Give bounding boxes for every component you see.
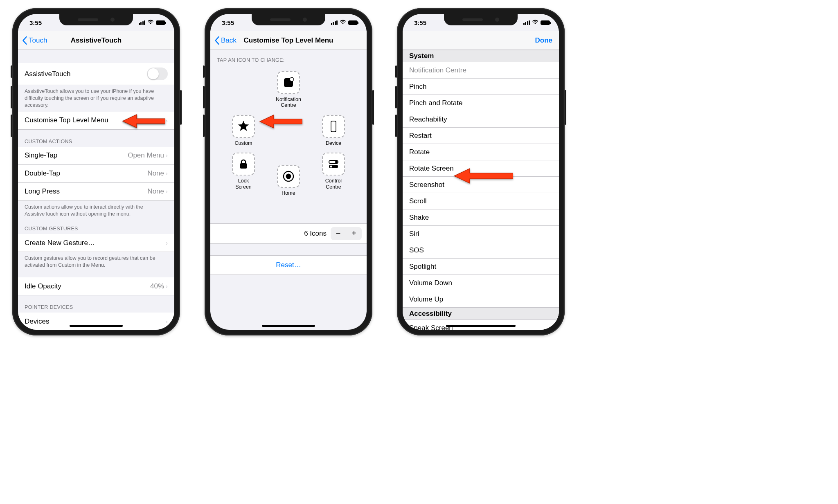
assistivetouch-label: AssistiveTouch: [25, 70, 70, 78]
status-icons: [331, 20, 358, 25]
icon-slot-home[interactable]: Home: [277, 165, 300, 196]
device-icon: [327, 120, 340, 133]
screen-3: 3:55 Done System Notification Centre Pin…: [403, 14, 559, 330]
icon-count-row: 6 Icons − +: [210, 223, 367, 244]
nav-bar: Back Customise Top Level Menu: [210, 31, 367, 50]
chevron-right-icon: ›: [166, 318, 168, 325]
chevron-left-icon: [22, 36, 27, 45]
list-item-scroll[interactable]: Scroll: [403, 193, 559, 209]
chevron-right-icon: ›: [166, 283, 168, 290]
long-press-value: None: [147, 187, 164, 195]
screen-1: 3:55 Touch AssistiveTouch AssistiveTouch: [18, 14, 174, 330]
nav-bar: Done: [403, 31, 559, 50]
instruction-label: TAP AN ICON TO CHANGE:: [210, 50, 367, 64]
create-gesture-cell[interactable]: Create New Gesture… ›: [18, 234, 174, 252]
list-item-rotate-screen[interactable]: Rotate Screen: [403, 160, 559, 177]
back-label: Touch: [29, 36, 47, 45]
long-press-cell[interactable]: Long Press None›: [18, 183, 174, 201]
icon-caption: Control Centre: [321, 178, 346, 190]
cell-signal-icon: [139, 20, 146, 25]
battery-icon: [541, 20, 550, 25]
list-item-reachability[interactable]: Reachability: [403, 111, 559, 128]
single-tap-value: Open Menu: [128, 151, 164, 159]
chevron-right-icon: ›: [166, 170, 168, 177]
list-item-spotlight[interactable]: Spotlight: [403, 259, 559, 275]
chevron-right-icon: ›: [166, 117, 168, 124]
assistivetouch-description: AssistiveTouch allows you to use your iP…: [18, 85, 174, 112]
pointer-devices-header: POINTER DEVICES: [18, 295, 174, 313]
list-item-restart[interactable]: Restart: [403, 128, 559, 144]
done-button[interactable]: Done: [535, 36, 555, 45]
back-button[interactable]: Back: [214, 36, 237, 45]
assistivetouch-toggle-cell[interactable]: AssistiveTouch: [18, 63, 174, 85]
icon-count-label: 6 Icons: [304, 230, 327, 238]
chevron-left-icon: [214, 36, 220, 45]
content-2: TAP AN ICON TO CHANGE: Notification Cent…: [210, 50, 367, 330]
double-tap-label: Double-Tap: [25, 169, 60, 178]
list-item-screenshot[interactable]: Screenshot: [403, 177, 559, 193]
section-system-header: System: [403, 50, 559, 62]
list-item-volume-up[interactable]: Volume Up: [403, 291, 559, 308]
devices-cell[interactable]: Devices ›: [18, 313, 174, 330]
custom-actions-footer: Custom actions allow you to interact dir…: [18, 201, 174, 220]
status-time: 3:55: [29, 19, 42, 26]
status-time: 3:55: [414, 19, 426, 26]
icon-slot-notification-centre[interactable]: Notification Centre: [272, 71, 305, 108]
home-button-icon: [282, 170, 295, 183]
notification-centre-icon: [282, 76, 295, 89]
list-item-sos[interactable]: SOS: [403, 242, 559, 259]
icon-caption: Home: [277, 190, 300, 196]
iphone-mockup-2: 3:55 Back Customise Top Level Menu TAP A…: [205, 8, 372, 335]
idle-opacity-label: Idle Opacity: [25, 282, 61, 290]
control-centre-icon: [327, 158, 340, 171]
idle-opacity-cell[interactable]: Idle Opacity 40%›: [18, 277, 174, 295]
single-tap-cell[interactable]: Single-Tap Open Menu›: [18, 147, 174, 165]
icon-slot-control-centre[interactable]: Control Centre: [321, 153, 346, 196]
list-item-rotate[interactable]: Rotate: [403, 144, 559, 160]
svg-point-10: [330, 166, 332, 168]
status-time: 3:55: [222, 19, 234, 26]
icon-slot-device[interactable]: Device: [322, 115, 345, 146]
assistivetouch-switch[interactable]: [147, 68, 168, 80]
idle-opacity-value: 40%: [150, 282, 164, 290]
stepper-minus-button[interactable]: −: [331, 227, 346, 240]
svg-point-6: [286, 174, 291, 179]
list-item-volume-down[interactable]: Volume Down: [403, 275, 559, 291]
star-icon: [237, 120, 250, 133]
content-1: AssistiveTouch AssistiveTouch allows you…: [18, 50, 174, 330]
long-press-label: Long Press: [25, 187, 60, 196]
icon-slot-lock-screen[interactable]: Lock Screen: [231, 153, 256, 196]
customise-top-level-menu-cell[interactable]: Customise Top Level Menu ›: [18, 112, 174, 130]
wifi-icon: [340, 20, 346, 25]
back-label: Back: [221, 36, 237, 45]
svg-rect-3: [331, 121, 336, 132]
icon-caption: Device: [322, 140, 345, 146]
double-tap-value: None: [147, 169, 164, 177]
icon-caption: Lock Screen: [231, 178, 256, 190]
svg-point-8: [335, 161, 338, 163]
icon-slot-custom[interactable]: Custom: [232, 115, 255, 146]
section-accessibility-header: Accessibility: [403, 308, 559, 320]
nav-bar: Touch AssistiveTouch: [18, 31, 174, 50]
list-item-shake[interactable]: Shake: [403, 209, 559, 226]
custom-gestures-header: CUSTOM GESTURES: [18, 220, 174, 234]
chevron-right-icon: ›: [166, 239, 168, 246]
list-item-pinch-rotate[interactable]: Pinch and Rotate: [403, 95, 559, 111]
chevron-right-icon: ›: [166, 188, 168, 195]
back-button[interactable]: Touch: [22, 36, 47, 45]
double-tap-cell[interactable]: Double-Tap None›: [18, 165, 174, 183]
iphone-mockup-3: 3:55 Done System Notification Centre Pin…: [397, 8, 565, 335]
svg-rect-4: [240, 163, 247, 169]
wifi-icon: [532, 20, 538, 25]
status-icons: [139, 20, 166, 25]
status-icons: [523, 20, 550, 25]
create-gesture-label: Create New Gesture…: [25, 239, 95, 247]
list-item-pinch[interactable]: Pinch: [403, 79, 559, 95]
list-item-siri[interactable]: Siri: [403, 226, 559, 242]
screen-2: 3:55 Back Customise Top Level Menu TAP A…: [210, 14, 367, 330]
icon-count-stepper[interactable]: − +: [331, 227, 362, 240]
custom-actions-header: CUSTOM ACTIONS: [18, 130, 174, 147]
stepper-plus-button[interactable]: +: [346, 227, 362, 240]
reset-button[interactable]: Reset…: [210, 255, 367, 275]
battery-icon: [156, 20, 165, 25]
